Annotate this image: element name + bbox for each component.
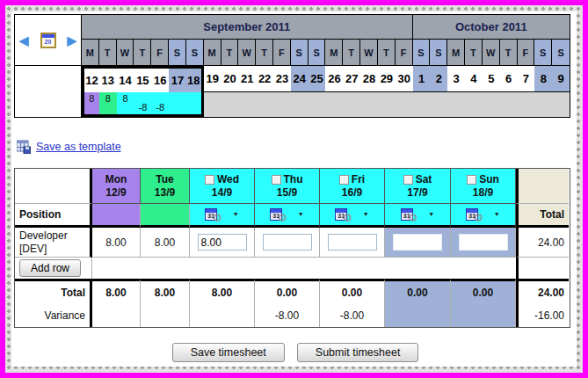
strip-day-letter: F [396,40,413,66]
strip-date[interactable]: 26 [325,66,343,92]
strip-day-letter: M [325,40,343,66]
save-timesheet-button[interactable]: Save timesheet [172,343,285,362]
add-row-cell: Add row [15,258,92,279]
strip-date[interactable]: 17 [169,66,186,92]
gear-icon: ⚙ [408,212,418,223]
strip-date[interactable]: 20 [221,66,239,92]
timesheet-table: Mon 12/9 Tue 13/9 Wed 14/9 Thu 15/9 Fri … [14,168,570,328]
strip-date[interactable]: 30 [396,66,413,92]
strip-date[interactable]: 13 [99,66,117,92]
wed-hours-input[interactable] [198,234,247,251]
strip-variance-value: -8 [134,92,151,117]
strip-date[interactable]: 6 [500,66,518,92]
fri-hours-input[interactable] [328,234,377,251]
strip-hours-value: 8 [117,92,134,117]
strip-date[interactable]: 9 [552,66,570,92]
hours-cell-thu [255,228,320,258]
strip-date[interactable]: 18 [186,66,204,92]
strip-date[interactable]: 27 [343,66,360,92]
variance-cell-tue [141,303,190,327]
gear-icon: ⚙ [277,212,287,223]
thu-hours-input[interactable] [263,234,312,251]
strip-date[interactable]: 12 [82,66,99,92]
variance-cell-thu: -8.00 [255,303,320,327]
strip-day-letter: T [378,40,396,66]
strip-date[interactable]: 5 [483,66,500,92]
add-row-total-spacer [516,258,569,279]
thu-datepicker-button[interactable]: 31 ⚙ ▼ [270,207,304,223]
strip-date[interactable]: 14 [117,66,134,92]
calendar-strip: ◀ 20 ▶ September 2011 October 2011 M T W… [14,14,570,118]
total-cell-fri: 0.00 [320,279,385,303]
strip-date[interactable]: 16 [151,66,169,92]
strip-day-letter: S [430,40,447,66]
strip-navigation: ◀ 20 ▶ [15,15,82,66]
add-row-button[interactable]: Add row [19,259,81,277]
save-as-template-link[interactable]: Save as template [36,141,121,153]
strip-day-letter: W [360,40,378,66]
sat-checkbox[interactable] [403,175,413,185]
day-header-fri: Fri 16/9 [320,169,385,204]
strip-hours-value [186,92,204,117]
strip-day-letter: T [134,40,151,66]
strip-date[interactable]: 19 [204,66,221,92]
sat-datepicker-button[interactable]: 31 ⚙ ▼ [401,207,435,223]
chevron-down-icon: ▼ [494,211,500,219]
variance-cell-sat [385,303,451,327]
position-cell-tue [141,204,190,228]
strip-day-letter: W [483,40,500,66]
hours-cell-mon: 8.00 [92,228,141,258]
fri-checkbox[interactable] [339,175,349,185]
strip-date[interactable]: 1 [413,66,431,92]
sat-hours-input[interactable] [393,234,442,251]
thu-checkbox[interactable] [272,175,281,185]
fri-datepicker-button[interactable]: 31 ⚙ ▼ [335,207,369,223]
next-week-arrow[interactable]: ▶ [68,34,77,47]
goto-date-calendar-icon[interactable]: 20 [40,33,56,48]
position-cell-wed: 31 ⚙ ▼ [190,204,255,228]
variance-row-total: -16.00 [516,303,569,327]
month-header-september: September 2011 [82,15,413,40]
strip-hours-value: 8 [99,92,117,117]
strip-day-letter: M [447,40,465,66]
timesheet-page: ◀ 20 ▶ September 2011 October 2011 M T W… [11,11,577,367]
strip-date[interactable]: 4 [465,66,483,92]
hours-cell-tue: 8.00 [141,228,190,258]
chevron-down-icon: ▼ [428,211,434,219]
strip-date[interactable]: 21 [238,66,256,92]
strip-day-letter: S [186,40,204,66]
total-cell-sun: 0.00 [451,279,516,303]
strip-date[interactable]: 15 [134,66,151,92]
gear-icon: ⚙ [473,212,483,223]
wed-checkbox[interactable] [205,175,214,185]
day-header-sun: Sun 18/9 [451,169,516,204]
strip-date[interactable]: 25 [309,66,326,92]
strip-date[interactable]: 7 [518,66,535,92]
strip-variance-value: -8 [151,92,169,117]
strip-date[interactable]: 29 [378,66,396,92]
wed-datepicker-button[interactable]: 31 ⚙ ▼ [205,207,239,223]
strip-day-letter: W [117,40,134,66]
strip-values-empty-area [204,92,570,117]
strip-date[interactable]: 28 [360,66,378,92]
sun-hours-input[interactable] [459,234,508,251]
strip-date[interactable]: 2 [430,66,447,92]
prev-week-arrow[interactable]: ◀ [19,34,29,47]
strip-hours-value: 8 [82,92,99,117]
strip-date[interactable]: 23 [273,66,291,92]
gear-icon: ⚙ [212,212,222,223]
strip-date[interactable]: 8 [534,66,552,92]
strip-left-spacer [15,66,82,117]
strip-day-letter: S [534,40,552,66]
submit-timesheet-button[interactable]: Submit timesheet [297,343,419,362]
sun-checkbox[interactable] [467,175,476,185]
total-cell-wed: 8.00 [190,279,255,303]
sun-datepicker-button[interactable]: 31 ⚙ ▼ [466,207,500,223]
total-row-grand-total: 24.00 [516,279,569,303]
strip-date[interactable]: 22 [256,66,273,92]
strip-day-letter: T [256,40,273,66]
strip-date[interactable]: 3 [447,66,465,92]
variance-cell-mon [92,303,141,327]
strip-date[interactable]: 24 [291,66,309,92]
strip-day-letter: S [291,40,309,66]
